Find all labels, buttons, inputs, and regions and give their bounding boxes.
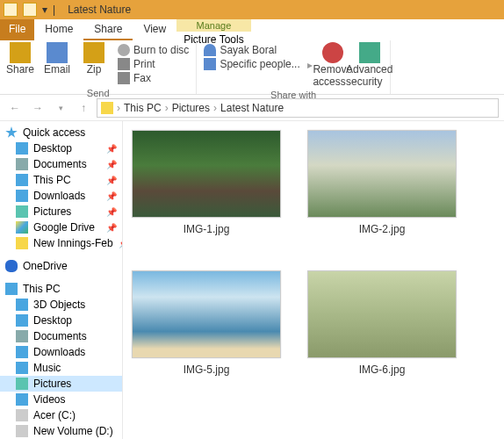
- share-more-button[interactable]: ▸: [307, 42, 313, 88]
- tab-share[interactable]: Share: [83, 19, 133, 40]
- remove-icon: [322, 42, 343, 63]
- user-icon: [204, 44, 216, 56]
- sidebar-item[interactable]: Pictures: [0, 376, 122, 392]
- sidebar-item[interactable]: Google Drive📌: [0, 220, 122, 235]
- thumbnail-image: [307, 270, 457, 358]
- advanced-security-button[interactable]: Advanced security: [353, 42, 386, 88]
- sidebar-item[interactable]: Downloads📌: [0, 188, 122, 204]
- item-icon: [16, 378, 28, 390]
- pc-icon: [5, 283, 18, 295]
- shield-icon: [359, 42, 380, 63]
- remove-access-button[interactable]: Remove access: [316, 42, 349, 88]
- pin-icon: 📌: [106, 144, 117, 154]
- folder-icon: [4, 3, 18, 17]
- item-icon: [16, 409, 28, 421]
- qat-separator: |: [53, 4, 55, 16]
- sidebar-item[interactable]: Documents📌: [0, 156, 122, 172]
- forward-button[interactable]: →: [28, 98, 47, 118]
- item-icon: [16, 205, 28, 218]
- sidebar-item[interactable]: Music: [0, 360, 122, 376]
- tab-home[interactable]: Home: [34, 19, 83, 40]
- fax-icon: [118, 72, 130, 84]
- sidebar-item[interactable]: 3D Objects: [0, 297, 122, 313]
- file-thumbnail[interactable]: IMG-5.jpg: [132, 270, 281, 376]
- share-icon: [10, 42, 31, 63]
- sidebar-item[interactable]: Desktop📌: [0, 140, 122, 156]
- item-icon: [16, 393, 28, 406]
- tab-file[interactable]: File: [0, 19, 34, 40]
- navigation-pane[interactable]: Quick access Desktop📌Documents📌This PC📌D…: [0, 121, 123, 439]
- item-icon: [16, 330, 28, 342]
- zip-icon: [83, 42, 104, 63]
- this-pc[interactable]: This PC: [0, 281, 122, 297]
- group-send: Send: [4, 88, 192, 98]
- tab-view[interactable]: View: [133, 19, 176, 40]
- item-icon: [16, 314, 28, 327]
- breadcrumb[interactable]: › This PC › Pictures › Latest Nature: [97, 98, 499, 118]
- pin-icon: 📌: [106, 191, 117, 201]
- folder-icon: [23, 3, 37, 17]
- file-thumbnail[interactable]: IMG-6.jpg: [307, 270, 457, 376]
- star-icon: [5, 126, 18, 139]
- people-icon: [204, 58, 216, 70]
- history-dropdown[interactable]: ▾: [51, 98, 70, 118]
- item-icon: [16, 158, 28, 170]
- print-icon: [118, 58, 130, 70]
- item-icon: [16, 221, 28, 234]
- file-name: IMG-1.jpg: [184, 223, 230, 235]
- pin-icon: 📌: [106, 223, 117, 233]
- specific-people-button[interactable]: Specific people...: [204, 58, 299, 70]
- thumbnail-image: [132, 130, 281, 218]
- title-bar: ▾ | Latest Nature: [0, 0, 504, 19]
- print-button[interactable]: Print: [118, 58, 189, 70]
- file-name: IMG-2.jpg: [359, 223, 406, 235]
- crumb-pictures[interactable]: Pictures: [172, 102, 210, 114]
- crumb-pc[interactable]: This PC: [124, 102, 162, 114]
- share-user-button[interactable]: Sayak Boral: [204, 44, 299, 56]
- item-icon: [16, 174, 28, 186]
- pin-icon: 📌: [106, 160, 117, 169]
- email-icon: [47, 42, 68, 63]
- ribbon-tabs: File Home Share View Manage Picture Tool…: [0, 19, 504, 40]
- address-bar: ← → ▾ ↑ › This PC › Pictures › Latest Na…: [0, 95, 504, 121]
- crumb-latest[interactable]: Latest Nature: [220, 102, 284, 114]
- file-name: IMG-5.jpg: [184, 363, 230, 376]
- pin-icon: 📌: [106, 176, 117, 185]
- item-icon: [16, 299, 28, 311]
- item-icon: [16, 142, 28, 155]
- sidebar-item[interactable]: Acer (C:): [0, 407, 122, 423]
- item-icon: [16, 425, 28, 437]
- zip-button[interactable]: Zip: [77, 42, 111, 86]
- sidebar-item[interactable]: Downloads: [0, 344, 122, 360]
- thumbnail-image: [132, 270, 281, 358]
- pin-icon: 📌: [106, 207, 117, 217]
- thumbnail-image: [307, 130, 457, 218]
- qat-dropdown[interactable]: ▾: [42, 4, 47, 16]
- item-icon: [16, 237, 28, 249]
- file-name: IMG-6.jpg: [359, 363, 406, 376]
- onedrive[interactable]: OneDrive: [0, 258, 122, 274]
- window-title: Latest Nature: [68, 4, 131, 16]
- sidebar-item[interactable]: Desktop: [0, 313, 122, 328]
- email-button[interactable]: Email: [40, 42, 74, 86]
- sidebar-item[interactable]: Pictures📌: [0, 204, 122, 220]
- ribbon: Share Email Zip Burn to disc Print Fax S…: [0, 40, 504, 95]
- folder-icon: [101, 102, 113, 114]
- sidebar-item[interactable]: This PC📌: [0, 172, 122, 188]
- sidebar-item[interactable]: New Innings-Feb📌: [0, 235, 122, 251]
- fax-button[interactable]: Fax: [118, 72, 189, 84]
- item-icon: [16, 190, 28, 202]
- item-icon: [16, 362, 28, 374]
- disc-icon: [118, 44, 130, 56]
- sidebar-item[interactable]: New Volume (D:): [0, 423, 122, 439]
- quick-access[interactable]: Quick access: [0, 125, 122, 140]
- sidebar-item[interactable]: Documents: [0, 328, 122, 344]
- burn-button[interactable]: Burn to disc: [118, 44, 189, 56]
- sidebar-item[interactable]: Videos: [0, 392, 122, 407]
- share-button[interactable]: Share: [4, 42, 37, 86]
- file-thumbnail[interactable]: IMG-2.jpg: [307, 130, 457, 235]
- file-view[interactable]: IMG-1.jpgIMG-2.jpgIMG-5.jpgIMG-6.jpg: [123, 121, 504, 439]
- back-button[interactable]: ←: [5, 98, 25, 118]
- file-thumbnail[interactable]: IMG-1.jpg: [132, 130, 281, 235]
- up-button[interactable]: ↑: [74, 98, 93, 118]
